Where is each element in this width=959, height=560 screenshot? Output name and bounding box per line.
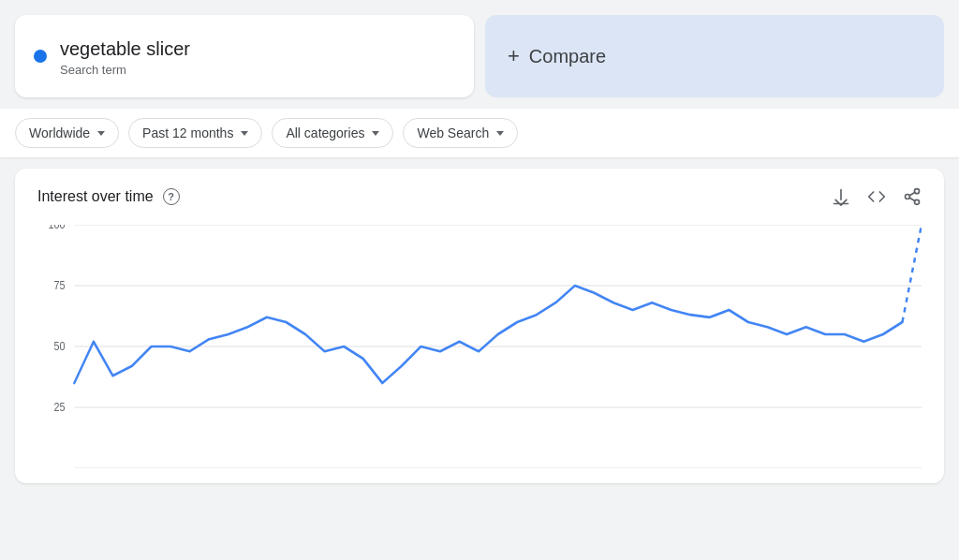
compare-plus-icon: +: [508, 44, 520, 68]
chevron-down-icon: [241, 131, 248, 136]
svg-line-4: [909, 192, 915, 195]
chart-container: 100 75 50 25 May 15, 2022 Sep 4, 2022 De…: [37, 225, 922, 468]
filter-search-type[interactable]: Web Search: [403, 118, 518, 148]
chevron-down-icon: [372, 131, 379, 136]
compare-label: + Compare: [508, 44, 606, 68]
svg-text:25: 25: [53, 402, 65, 414]
search-term-label: Search term: [60, 63, 190, 77]
chart-svg: 100 75 50 25 May 15, 2022 Sep 4, 2022 De…: [37, 225, 922, 468]
search-term-card: vegetable slicer Search term: [15, 15, 474, 97]
help-icon[interactable]: ?: [163, 188, 180, 205]
chart-section: Interest over time ?: [15, 169, 944, 483]
compare-card[interactable]: + Compare: [485, 15, 944, 97]
svg-line-3: [909, 198, 915, 200]
chevron-down-icon: [97, 131, 105, 136]
download-icon[interactable]: [832, 187, 850, 206]
chevron-down-icon: [496, 131, 504, 136]
embed-icon[interactable]: [867, 187, 886, 206]
chart-header: Interest over time ?: [37, 187, 922, 206]
svg-text:50: 50: [53, 341, 65, 353]
search-term-name: vegetable slicer: [60, 37, 190, 61]
filter-location[interactable]: Worldwide: [15, 118, 119, 148]
share-icon[interactable]: [903, 187, 922, 206]
chart-title: Interest over time: [37, 188, 154, 205]
svg-text:100: 100: [48, 225, 65, 230]
filter-categories[interactable]: All categories: [272, 118, 393, 148]
svg-line-14: [902, 225, 922, 322]
top-section: vegetable slicer Search term + Compare: [0, 0, 959, 109]
chart-actions: [832, 187, 922, 206]
term-text: vegetable slicer Search term: [60, 37, 190, 77]
filter-search-type-label: Web Search: [417, 125, 489, 140]
chart-title-group: Interest over time ?: [37, 188, 180, 205]
term-dot: [34, 50, 47, 63]
filter-location-label: Worldwide: [29, 125, 90, 140]
filter-time[interactable]: Past 12 months: [128, 118, 262, 148]
filter-categories-label: All categories: [286, 125, 364, 140]
compare-text: Compare: [529, 46, 606, 67]
svg-text:75: 75: [53, 280, 65, 292]
filters-bar: Worldwide Past 12 months All categories …: [0, 109, 959, 157]
filter-time-label: Past 12 months: [142, 125, 233, 140]
